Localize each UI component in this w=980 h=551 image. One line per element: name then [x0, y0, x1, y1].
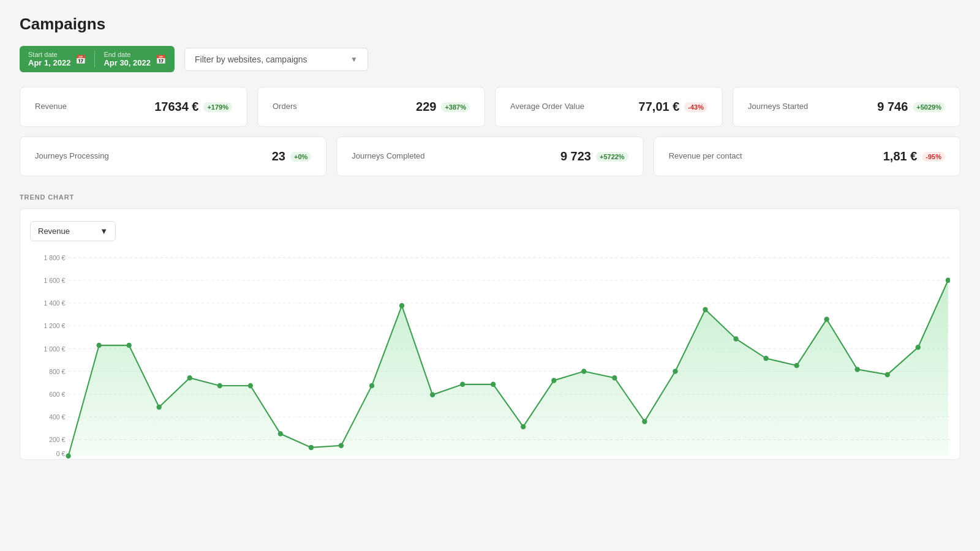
chevron-down-icon: ▼ [350, 55, 358, 64]
stat-label-journeys-completed: Journeys Completed [352, 151, 424, 162]
stat-label-journeys-started: Journeys Started [748, 101, 808, 112]
svg-text:Apr 12 - 2022: Apr 12 - 2022 [374, 459, 403, 459]
svg-text:0 €: 0 € [56, 450, 66, 457]
stat-value-revenue: 17634 € [154, 100, 198, 114]
stat-value-area-journeys-completed: 9 723 +5722% [560, 149, 628, 163]
stat-card-aov: Average Order Value 77,01 € -43% [495, 87, 723, 127]
svg-text:Apr 19 - 2022: Apr 19 - 2022 [586, 459, 616, 459]
stat-badge-journeys-processing: +0% [290, 152, 311, 162]
svg-point-46 [885, 372, 890, 378]
svg-text:600 €: 600 € [49, 391, 65, 398]
chart-area: 1 800 € 1 600 € 1 400 € 1 200 € 1 000 € … [30, 251, 950, 459]
svg-point-23 [187, 375, 192, 381]
stat-label-aov: Average Order Value [510, 101, 584, 112]
svg-point-34 [521, 424, 526, 430]
svg-point-30 [399, 303, 404, 309]
svg-text:Apr 22 - 2022: Apr 22 - 2022 [677, 459, 706, 459]
svg-text:1 200 €: 1 200 € [44, 322, 66, 329]
svg-text:Apr 8 - 2022: Apr 8 - 2022 [254, 459, 281, 459]
svg-text:Apr 17 - 2022: Apr 17 - 2022 [526, 459, 555, 459]
svg-point-32 [460, 382, 465, 388]
stats-row-1: Revenue 17634 € +179% Orders 229 +387% A… [20, 87, 960, 127]
stat-card-journeys-processing: Journeys Processing 23 +0% [20, 137, 326, 176]
stat-label-orders: Orders [273, 101, 297, 112]
stat-card-revenue: Revenue 17634 € +179% [20, 87, 247, 127]
chevron-down-icon-chart: ▼ [100, 227, 108, 236]
svg-text:Apr 4 - 2022: Apr 4 - 2022 [133, 459, 160, 459]
svg-text:1 800 €: 1 800 € [44, 254, 66, 261]
svg-text:Apr 1 - 2022: Apr 1 - 2022 [42, 459, 69, 459]
stat-card-journeys-started: Journeys Started 9 746 +5029% [733, 87, 960, 127]
end-date-block[interactable]: End date Apr 30, 2022 📅 [95, 46, 175, 72]
stat-badge-journeys-completed: +5722% [596, 152, 628, 162]
filter-bar: Start date Apr 1, 2022 📅 End date Apr 30… [20, 46, 960, 72]
svg-text:Apr 2 - 2022: Apr 2 - 2022 [73, 459, 100, 459]
chart-select-label: Revenue [38, 227, 70, 236]
stat-value-aov: 77,01 € [639, 100, 680, 114]
stat-card-orders: Orders 229 +387% [257, 87, 485, 127]
start-date-block[interactable]: Start date Apr 1, 2022 📅 [20, 46, 94, 72]
svg-text:Apr 3 - 2022: Apr 3 - 2022 [103, 459, 130, 459]
stat-value-area-revenue-per-contact: 1,81 € -95% [883, 149, 945, 163]
svg-text:800 €: 800 € [49, 368, 65, 375]
svg-point-36 [581, 369, 586, 374]
svg-point-24 [217, 383, 222, 389]
svg-text:Apr 25 - 2022: Apr 25 - 2022 [768, 459, 797, 459]
svg-text:Apr 11 - 2022: Apr 11 - 2022 [344, 459, 373, 459]
stat-value-area-revenue: 17634 € +179% [154, 100, 232, 114]
svg-point-38 [642, 419, 647, 424]
svg-text:200 €: 200 € [49, 436, 65, 443]
svg-text:Apr 9 - 2022: Apr 9 - 2022 [285, 459, 312, 459]
svg-text:Apr 23 - 2022: Apr 23 - 2022 [707, 459, 737, 459]
svg-point-20 [96, 343, 101, 348]
svg-text:1 000 €: 1 000 € [44, 345, 66, 353]
svg-text:Apr 6 - 2022: Apr 6 - 2022 [194, 459, 221, 459]
svg-point-40 [703, 307, 707, 312]
chart-metric-select[interactable]: Revenue ▼ [30, 221, 116, 241]
stat-badge-revenue: +179% [203, 102, 232, 112]
stat-value-area-aov: 77,01 € -43% [639, 100, 707, 114]
svg-point-22 [157, 405, 162, 410]
svg-point-27 [309, 445, 314, 451]
trend-section-label: TREND CHART [20, 193, 960, 201]
svg-point-39 [673, 369, 677, 374]
svg-text:Apr 15 - 2022: Apr 15 - 2022 [465, 459, 494, 459]
stat-badge-orders: +387% [441, 102, 470, 112]
trend-section: TREND CHART Revenue ▼ [20, 193, 960, 460]
stat-value-orders: 229 [416, 100, 436, 114]
chart-toolbar: Revenue ▼ [30, 221, 950, 241]
calendar-icon-start: 📅 [75, 54, 86, 64]
svg-point-33 [491, 382, 496, 388]
svg-text:400 €: 400 € [49, 413, 65, 421]
svg-point-48 [946, 278, 950, 283]
chart-container: Revenue ▼ [20, 208, 960, 460]
stat-value-area-journeys-started: 9 746 +5029% [877, 100, 945, 114]
stat-value-area-orders: 229 +387% [416, 100, 470, 114]
end-date-value: Apr 30, 2022 [104, 58, 151, 67]
campaign-filter-dropdown[interactable]: Filter by websites, campaigns ▼ [184, 48, 368, 71]
stat-label-revenue-per-contact: Revenue per contact [669, 151, 742, 162]
svg-text:Apr 27 - 2022: Apr 27 - 2022 [829, 459, 858, 459]
stat-badge-revenue-per-contact: -95% [922, 152, 945, 162]
svg-text:Apr 7 - 2022: Apr 7 - 2022 [224, 459, 251, 459]
stat-card-journeys-completed: Journeys Completed 9 723 +5722% [336, 137, 643, 176]
svg-text:Apr 21 - 2022: Apr 21 - 2022 [647, 459, 676, 459]
svg-point-21 [127, 343, 132, 348]
svg-point-43 [794, 363, 799, 369]
svg-text:Apr 30 - 2: Apr 30 - 2 [926, 459, 949, 459]
svg-text:Apr 5 - 2022: Apr 5 - 2022 [164, 459, 190, 459]
stat-value-journeys-processing: 23 [272, 149, 285, 163]
svg-point-44 [824, 317, 829, 322]
stat-value-journeys-completed: 9 723 [560, 149, 591, 163]
stat-label-revenue: Revenue [35, 101, 67, 112]
stat-value-journeys-started: 9 746 [877, 100, 908, 114]
svg-text:Apr 16 - 2022: Apr 16 - 2022 [495, 459, 524, 459]
svg-point-41 [733, 336, 738, 342]
date-range-picker[interactable]: Start date Apr 1, 2022 📅 End date Apr 30… [20, 46, 175, 72]
svg-text:Apr 28 - 2022: Apr 28 - 2022 [859, 459, 888, 459]
calendar-icon-end: 📅 [156, 54, 166, 64]
stats-row-2: Journeys Processing 23 +0% Journeys Comp… [20, 137, 960, 176]
svg-point-19 [66, 453, 70, 459]
stat-value-area-journeys-processing: 23 +0% [272, 149, 312, 163]
svg-text:Apr 29 - 2022: Apr 29 - 2022 [889, 459, 919, 459]
